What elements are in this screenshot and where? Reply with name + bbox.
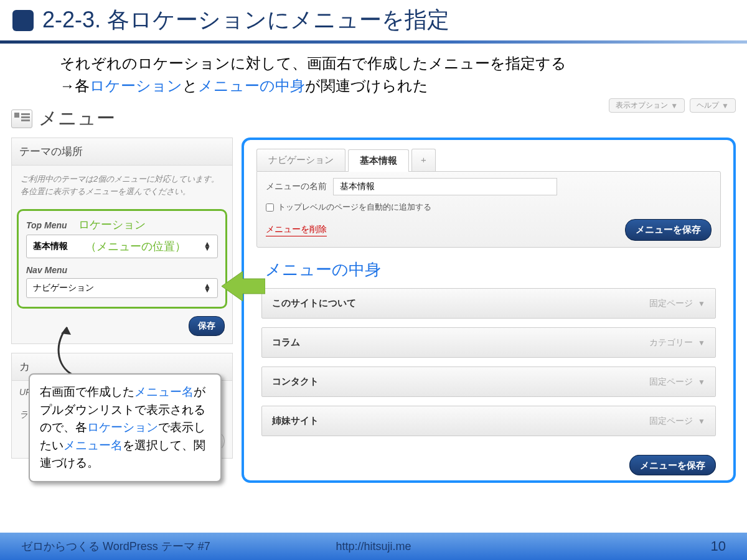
top-menu-select[interactable]: 基本情報 （メニューの位置） ▲▼ (26, 235, 218, 258)
menu-editor-panel: ナビゲーション 基本情報 + メニューの名前 トップレベルのページを自動的に追加… (242, 138, 736, 483)
location-annotation: ロケーション (78, 218, 146, 231)
panel-description: ご利用中のテーマは2個のメニューに対応しています。各位置に表示するメニューを選ん… (12, 166, 232, 205)
nav-menu-label: Nav Menu (26, 265, 67, 275)
chevron-down-icon: ▼ (698, 417, 705, 426)
select-chevrons-icon: ▲▼ (204, 242, 211, 251)
footer-left: ゼロからつくる WordPress テーマ #7 (21, 539, 210, 554)
crumb-ka: カ (19, 361, 30, 373)
menu-item[interactable]: コンタクト 固定ページ▼ (261, 366, 716, 397)
auto-add-pages-checkbox[interactable] (266, 203, 274, 212)
location-annotation-sub: （メニューの位置） (85, 239, 186, 254)
lead-text: それぞれのロケーションに対して、画面右で作成したメニューを指定する →各ロケーシ… (0, 44, 747, 103)
menu-item[interactable]: 姉妹サイト 固定ページ▼ (261, 406, 716, 436)
lead-line2: →各ロケーションとメニューの中身が関連づけられた (60, 75, 747, 97)
help-button[interactable]: ヘルプ ▼ (690, 98, 736, 113)
panel-title: テーマの場所 (12, 138, 232, 166)
menu-item[interactable]: コラム カテゴリー▼ (261, 327, 716, 358)
location-highlight-box: Top Menu ロケーション 基本情報 （メニューの位置） ▲▼ Nav Me… (17, 209, 227, 309)
tab-navigation[interactable]: ナビゲーション (256, 149, 345, 171)
save-menu-button-bottom[interactable]: メニューを保存 (629, 455, 716, 475)
menu-item[interactable]: このサイトについて 固定ページ▼ (261, 288, 716, 319)
explanation-callout: 右画面で作成したメニュー名がプルダウンリストで表示されるので、各ロケーションで表… (29, 373, 222, 482)
menu-name-label: メニューの名前 (266, 181, 327, 192)
green-arrow-icon (222, 268, 265, 305)
display-options-button[interactable]: 表示オプション ▼ (609, 98, 685, 113)
chevron-down-icon: ▼ (698, 378, 705, 386)
menu-contents-title: メニューの中身 (250, 248, 727, 288)
page-number: 10 (711, 538, 726, 554)
svg-marker-0 (222, 271, 265, 301)
slide-footer: ゼロからつくる WordPress テーマ #7 http://hitsuji.… (0, 533, 747, 560)
theme-locations-panel: テーマの場所 ご利用中のテーマは2個のメニューに対応しています。各位置に表示する… (11, 138, 233, 344)
tab-basic-info[interactable]: 基本情報 (348, 149, 409, 172)
delete-menu-link[interactable]: メニューを削除 (266, 224, 327, 236)
pointer-arrow-icon (49, 322, 98, 378)
chevron-down-icon: ▼ (698, 299, 705, 308)
chevron-down-icon: ▼ (670, 101, 678, 110)
save-locations-button[interactable]: 保存 (189, 316, 225, 336)
chevron-down-icon: ▼ (721, 101, 729, 110)
page-heading: メニュー (39, 106, 115, 131)
title-bullet-icon (12, 10, 34, 31)
select-chevrons-icon: ▲▼ (204, 284, 211, 292)
lead-line1: それぞれのロケーションに対して、画面右で作成したメニューを指定する (60, 52, 747, 75)
save-menu-button[interactable]: メニューを保存 (625, 219, 712, 241)
tab-add[interactable]: + (411, 149, 436, 171)
top-menu-label: Top Menu (26, 220, 67, 230)
footer-url: http://hitsuji.me (336, 540, 411, 553)
nav-menu-select[interactable]: ナビゲーション ▲▼ (26, 278, 218, 298)
slide-title: 2-2-3. 各ロケーションにメニューを指定 (42, 5, 449, 35)
auto-add-pages-label: トップレベルのページを自動的に追加する (278, 202, 431, 213)
menu-icon (11, 110, 32, 128)
menu-name-input[interactable] (333, 178, 557, 195)
chevron-down-icon: ▼ (698, 338, 705, 347)
